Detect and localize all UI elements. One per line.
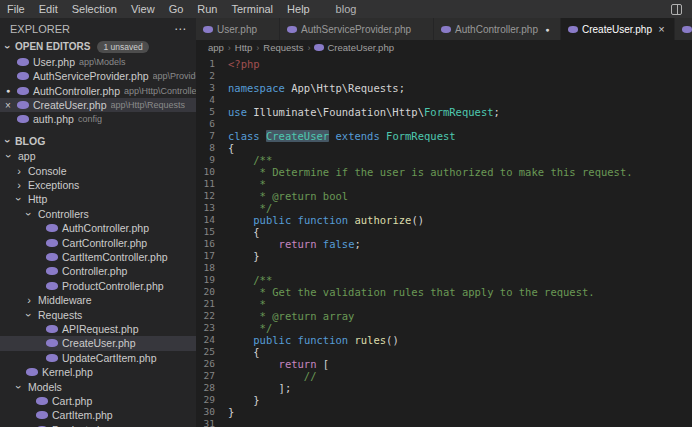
code-content[interactable]: */	[228, 322, 272, 334]
breadcrumb-item[interactable]: Http	[235, 42, 252, 53]
code-content[interactable]: /**	[228, 274, 272, 286]
more-actions-icon[interactable]: ⋯	[174, 22, 186, 36]
menu-view[interactable]: View	[124, 0, 162, 18]
code-line[interactable]: 3namespace App\Http\Requests;	[196, 82, 692, 94]
code-line[interactable]: 18	[196, 262, 692, 274]
code-content[interactable]: }	[228, 250, 260, 262]
code-content[interactable]: <?php	[228, 58, 260, 70]
tree-file[interactable]: CreateUser.php	[0, 336, 196, 350]
code-line[interactable]: 20 * Get the validation rules that apply…	[196, 286, 692, 298]
editor-layout-icon[interactable]	[671, 4, 682, 15]
breadcrumb-item[interactable]: app	[208, 42, 224, 53]
code-line[interactable]: 2	[196, 70, 692, 82]
code-content[interactable]: //	[228, 370, 317, 382]
code-content[interactable]: * Get the validation rules that apply to…	[228, 286, 595, 298]
menu-terminal[interactable]: Terminal	[225, 0, 281, 18]
code-content[interactable]: return [	[228, 358, 329, 370]
tree-file[interactable]: CartItem.php	[0, 408, 196, 422]
tree-folder[interactable]: ›Exceptions	[0, 178, 196, 192]
code-content[interactable]: return false;	[228, 238, 361, 250]
code-content[interactable]: * @return array	[228, 310, 354, 322]
code-content[interactable]: ];	[228, 382, 291, 394]
code-content[interactable]: *	[228, 178, 266, 190]
open-editor-item[interactable]: AuthServiceProvider.phpapp\Providers	[0, 69, 196, 83]
tree-file[interactable]: ProductController.php	[0, 279, 196, 293]
code-line[interactable]: 16 return false;	[196, 238, 692, 250]
code-line[interactable]: 6	[196, 118, 692, 130]
code-content[interactable]: {	[228, 346, 260, 358]
breadcrumb-item[interactable]: Requests	[263, 42, 303, 53]
tree-folder[interactable]: ›Console	[0, 164, 196, 178]
code-line[interactable]: 28 ];	[196, 382, 692, 394]
menu-file[interactable]: File	[0, 0, 32, 18]
code-line[interactable]: 12 * @return bool	[196, 190, 692, 202]
breadcrumb-item[interactable]: CreateUser.php	[314, 42, 394, 53]
code-line[interactable]: 8{	[196, 142, 692, 154]
tree-folder[interactable]: ›Middleware	[0, 293, 196, 307]
tree-folder[interactable]: ›app	[0, 149, 196, 163]
code-line[interactable]: 15 {	[196, 226, 692, 238]
code-content[interactable]: }	[228, 394, 260, 406]
code-editor[interactable]: 1<?php23namespace App\Http\Requests;45us…	[196, 55, 692, 427]
code-line[interactable]: 5use Illuminate\Foundation\Http\FormRequ…	[196, 106, 692, 118]
menu-edit[interactable]: Edit	[32, 0, 65, 18]
code-content[interactable]: /**	[228, 154, 272, 166]
code-content[interactable]: public function rules()	[228, 334, 399, 346]
code-line[interactable]: 1<?php	[196, 58, 692, 70]
code-line[interactable]: 26 return [	[196, 358, 692, 370]
code-line[interactable]: 17 }	[196, 250, 692, 262]
tree-file[interactable]: Product.php	[0, 423, 196, 427]
code-line[interactable]: 10 * Determine if the user is authorized…	[196, 166, 692, 178]
code-content[interactable]: {	[228, 226, 260, 238]
code-line[interactable]: 13 */	[196, 202, 692, 214]
code-content[interactable]: use Illuminate\Foundation\Http\FormReque…	[228, 106, 500, 118]
tree-file[interactable]: Cart.php	[0, 394, 196, 408]
code-line[interactable]: 22 * @return array	[196, 310, 692, 322]
editor-tab[interactable]: AuthServiceProvider.php	[280, 18, 434, 40]
tree-folder[interactable]: ›Controllers	[0, 207, 196, 221]
tree-file[interactable]: CartController.php	[0, 235, 196, 249]
close-icon[interactable]: ×	[3, 100, 13, 111]
code-content[interactable]: * Determine if the user is authorized to…	[228, 166, 633, 178]
code-line[interactable]: 30}	[196, 406, 692, 418]
tree-folder[interactable]: ›Models	[0, 379, 196, 393]
code-content[interactable]: */	[228, 202, 272, 214]
code-line[interactable]: 9 /**	[196, 154, 692, 166]
menu-help[interactable]: Help	[280, 0, 317, 18]
code-line[interactable]: 19 /**	[196, 274, 692, 286]
code-line[interactable]: 23 */	[196, 322, 692, 334]
code-line[interactable]: 21 *	[196, 298, 692, 310]
tree-folder[interactable]: ›Http	[0, 192, 196, 206]
open-editors-header[interactable]: › OPEN EDITORS 1 unsaved	[0, 39, 196, 54]
menu-go[interactable]: Go	[162, 0, 191, 18]
code-line[interactable]: 7class CreateUser extends FormRequest	[196, 130, 692, 142]
tree-folder[interactable]: ›Requests	[0, 307, 196, 321]
code-content[interactable]: {	[228, 142, 234, 154]
code-content[interactable]: }	[228, 406, 234, 418]
tree-file[interactable]: UpdateCartItem.php	[0, 351, 196, 365]
editor-tab[interactable]: CreateUser.php×	[561, 18, 675, 40]
code-line[interactable]: 14 public function authorize()	[196, 214, 692, 226]
code-line[interactable]: 4	[196, 94, 692, 106]
code-content[interactable]: class CreateUser extends FormRequest	[228, 130, 456, 142]
code-content[interactable]: * @return bool	[228, 190, 348, 202]
code-content[interactable]: namespace App\Http\Requests;	[228, 82, 405, 94]
code-line[interactable]: 24 public function rules()	[196, 334, 692, 346]
menu-run[interactable]: Run	[190, 0, 224, 18]
tree-file[interactable]: AuthController.php	[0, 221, 196, 235]
close-icon[interactable]: ×	[656, 23, 667, 35]
code-line[interactable]: 31	[196, 418, 692, 427]
tree-file[interactable]: APIRequest.php	[0, 322, 196, 336]
project-section-header[interactable]: › BLOG	[0, 134, 196, 149]
tree-file[interactable]: CartItemController.php	[0, 250, 196, 264]
editor-tab[interactable]: AuthController.php●	[434, 18, 561, 40]
code-line[interactable]: 29 }	[196, 394, 692, 406]
open-editor-item[interactable]: User.phpapp\Models	[0, 55, 196, 69]
open-editor-item[interactable]: auth.phpconfig	[0, 112, 196, 126]
code-line[interactable]: 11 *	[196, 178, 692, 190]
code-line[interactable]: 27 //	[196, 370, 692, 382]
tree-file[interactable]: Kernel.php	[0, 365, 196, 379]
open-editor-item[interactable]: ●AuthController.phpapp\Http\Controllers	[0, 83, 196, 97]
tree-file[interactable]: Controller.php	[0, 264, 196, 278]
menu-selection[interactable]: Selection	[65, 0, 124, 18]
